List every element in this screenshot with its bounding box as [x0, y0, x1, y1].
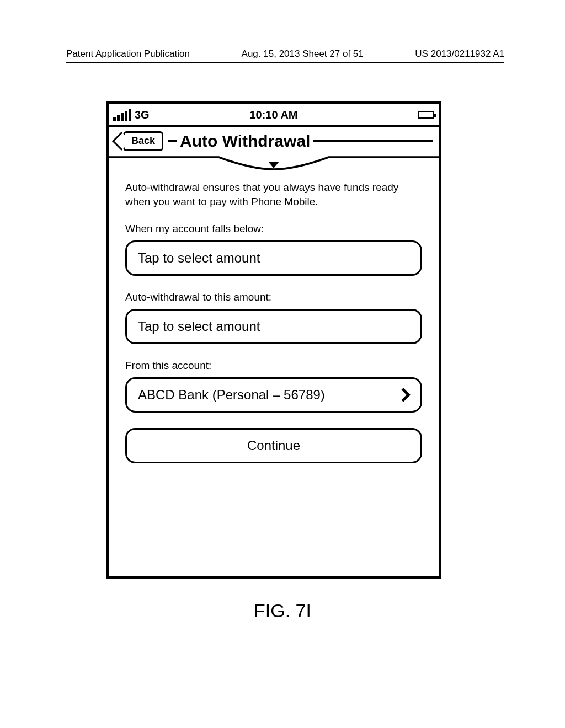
header-patent-number: US 2013/0211932 A1	[415, 49, 504, 60]
header-date-sheet: Aug. 15, 2013 Sheet 27 of 51	[242, 49, 364, 60]
continue-button[interactable]: Continue	[125, 428, 422, 463]
threshold-amount-selector[interactable]: Tap to select amount	[125, 240, 422, 276]
threshold-amount-placeholder: Tap to select amount	[138, 250, 260, 266]
header-publication: Patent Application Publication	[66, 49, 190, 60]
nav-bar: Back Auto Withdrawal	[109, 125, 439, 155]
patent-page-header: Patent Application Publication Aug. 15, …	[66, 49, 504, 63]
account-value: ABCD Bank (Personal – 56789)	[138, 387, 325, 403]
figure-label: FIG. 7I	[0, 600, 565, 622]
target-amount-placeholder: Tap to select amount	[138, 319, 260, 334]
account-selector[interactable]: ABCD Bank (Personal – 56789)	[125, 377, 422, 413]
status-bar: 3G 10:10 AM	[109, 104, 439, 125]
clock-label: 10:10 AM	[109, 109, 439, 121]
back-button[interactable]: Back	[114, 131, 163, 151]
target-amount-selector[interactable]: Tap to select amount	[125, 309, 422, 344]
title-group: Auto Withdrawal	[168, 132, 433, 151]
phone-frame: 3G 10:10 AM Back Auto Withdrawal Auto-wi…	[106, 101, 441, 579]
screen-title: Auto Withdrawal	[177, 132, 313, 151]
content-area: Auto-withdrawal ensures that you always …	[109, 170, 439, 463]
continue-label: Continue	[247, 438, 300, 453]
target-label: Auto-withdrawal to this amount:	[125, 291, 422, 303]
svg-marker-0	[268, 162, 279, 168]
description-text: Auto-withdrawal ensures that you always …	[125, 180, 422, 208]
navbar-divider-swoop	[109, 155, 439, 170]
chevron-right-icon	[396, 388, 410, 402]
battery-icon	[418, 111, 434, 119]
back-label: Back	[131, 135, 155, 147]
account-label: From this account:	[125, 360, 422, 372]
threshold-label: When my account falls below:	[125, 223, 422, 235]
